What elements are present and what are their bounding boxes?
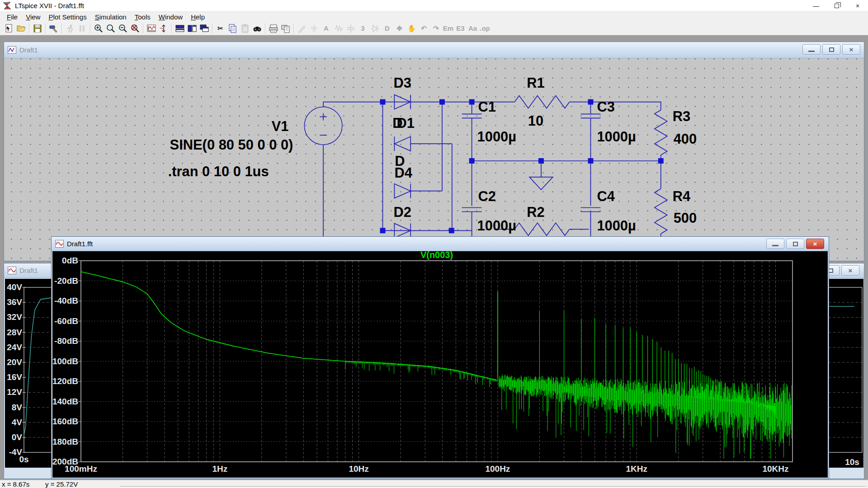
schematic-window-titlebar: Draft1 × — [4, 42, 864, 58]
fft-y-tick: -120dB — [52, 376, 78, 386]
toolbar: ✂A3D✥✋↶↷EmE3Aa.op — [0, 22, 868, 35]
drag-icon: ✋ — [407, 24, 416, 33]
copy-button[interactable] — [226, 23, 239, 34]
toolbar-separator — [212, 23, 212, 33]
autorange-button[interactable] — [145, 23, 157, 34]
fft-window-titlebar: Draft1.fft × — [52, 237, 829, 251]
cut-button[interactable]: ✂ — [214, 23, 226, 34]
menu-file[interactable]: File — [3, 13, 22, 21]
capacitor-button[interactable] — [344, 23, 357, 34]
window-minimize-button[interactable]: — — [806, 0, 826, 12]
open-button[interactable] — [15, 23, 27, 34]
resistor-button[interactable] — [332, 23, 344, 34]
halt-button[interactable] — [76, 23, 88, 34]
menu-help[interactable]: Help — [187, 13, 209, 21]
label-button[interactable]: A — [320, 23, 332, 34]
fft-maximize-button[interactable] — [786, 239, 804, 249]
new-schematic-button[interactable] — [3, 23, 15, 34]
fft-y-tick: -60dB — [54, 316, 78, 326]
print-preview-button[interactable] — [279, 23, 292, 34]
schematic-window: Draft1 × V1SINE(0 80 50 0 0 0).tran 0 10… — [4, 42, 864, 261]
fft-minimize-button[interactable] — [766, 239, 784, 249]
redo-button[interactable]: ↷ — [430, 23, 442, 34]
mirror-button[interactable]: Em — [442, 23, 454, 34]
text-button[interactable]: Aa — [467, 23, 479, 34]
junction-dot — [469, 99, 475, 105]
open-icon — [16, 23, 26, 33]
waveform-close-button[interactable]: × — [841, 265, 859, 276]
wave-x-start: 0s — [19, 455, 28, 464]
paste-button[interactable] — [239, 23, 251, 34]
cascade-button[interactable] — [198, 23, 210, 34]
statusbar: x = 8.67s y = 25.72V — [0, 480, 868, 488]
tile-horizontal-button[interactable] — [174, 23, 186, 34]
save-icon — [33, 23, 42, 33]
zoom-pan-button[interactable] — [104, 23, 117, 34]
wave-y-tick: 24V — [7, 343, 22, 352]
print-button[interactable] — [267, 23, 279, 34]
move-button[interactable]: ✥ — [393, 23, 406, 34]
menu-window[interactable]: Window — [155, 13, 187, 21]
label-r4: R4 — [673, 188, 690, 204]
junction-dot — [449, 228, 454, 233]
schematic-minimize-button[interactable] — [802, 44, 821, 55]
drag-button[interactable]: ✋ — [406, 23, 418, 34]
fft-plot-area[interactable]: 0dB-20dB-40dB-60dB-80dB-100dB-120dB-140d… — [52, 251, 828, 478]
run-button[interactable] — [64, 23, 76, 34]
zoom-in-button[interactable] — [92, 23, 104, 34]
status-groove — [120, 486, 866, 488]
menu-tools[interactable]: Tools — [131, 13, 155, 21]
inductor-button[interactable]: 3 — [357, 23, 369, 34]
diode-button[interactable] — [369, 23, 381, 34]
app-title: LTspice XVII - Draft1.fft — [15, 2, 84, 9]
wave-y-tick: 8V — [12, 403, 23, 412]
wave-y-tick: 0V — [12, 432, 23, 442]
resistor-icon — [334, 23, 344, 33]
autorange-icon — [146, 23, 156, 33]
schematic-canvas[interactable]: V1SINE(0 80 50 0 0 0).tran 0 10 0 1usD3D… — [4, 58, 864, 261]
fft-chart: 0dB-20dB-40dB-60dB-80dB-100dB-120dB-140d… — [52, 251, 828, 478]
tile-vertical-button[interactable] — [186, 23, 198, 34]
schematic-close-button[interactable]: × — [842, 44, 860, 55]
spice-directive-button[interactable]: .op — [479, 23, 491, 34]
waveform-window-title: Draft1 — [19, 267, 38, 274]
zoom-extents-button[interactable] — [129, 23, 141, 34]
new-schematic-icon — [4, 23, 14, 33]
fft-y-tick: -20dB — [54, 276, 78, 286]
junction-dot — [439, 99, 445, 105]
save-button[interactable] — [31, 23, 43, 34]
fft-trace — [81, 272, 792, 459]
undo-button[interactable]: ↶ — [418, 23, 430, 34]
rotate-button[interactable]: E3 — [454, 23, 467, 34]
junction-dot — [588, 99, 593, 105]
window-close-button[interactable]: × — [847, 0, 868, 12]
menu-plot-settings[interactable]: Plot Settings — [44, 13, 90, 21]
label-c4_value: 1000µ — [597, 218, 636, 234]
window-restore-button[interactable] — [826, 0, 847, 12]
schematic-maximize-button[interactable] — [822, 44, 840, 55]
label-r4_value: 500 — [674, 210, 697, 226]
fft-close-button[interactable]: × — [806, 239, 824, 249]
fft-x-tick: 10KHz — [762, 464, 788, 474]
menu-simulation[interactable]: Simulation — [91, 13, 131, 21]
status-cursor-x: x = 8.67s — [2, 480, 29, 488]
spice-directive-icon: .op — [480, 24, 490, 32]
manual-axes-button[interactable] — [157, 23, 170, 34]
print-icon — [269, 23, 278, 33]
run-icon — [65, 23, 75, 33]
component-button[interactable]: D — [381, 23, 393, 34]
fft-x-tick: 100mHz — [65, 464, 97, 474]
menu-view[interactable]: View — [22, 13, 44, 21]
diode-symbol — [394, 136, 410, 151]
ground-button[interactable] — [308, 23, 320, 34]
control-panel-button[interactable] — [47, 23, 60, 34]
wire-button[interactable] — [296, 23, 308, 34]
label-d2: D2 — [394, 204, 411, 220]
toolbar-separator — [143, 23, 143, 33]
component-icon: D — [385, 24, 390, 32]
find-button[interactable] — [251, 23, 263, 34]
toolbar-separator — [61, 23, 62, 33]
status-cursor-y: y = 25.72V — [45, 480, 78, 488]
zoom-out-button[interactable] — [117, 23, 129, 34]
move-icon: ✥ — [396, 24, 402, 33]
